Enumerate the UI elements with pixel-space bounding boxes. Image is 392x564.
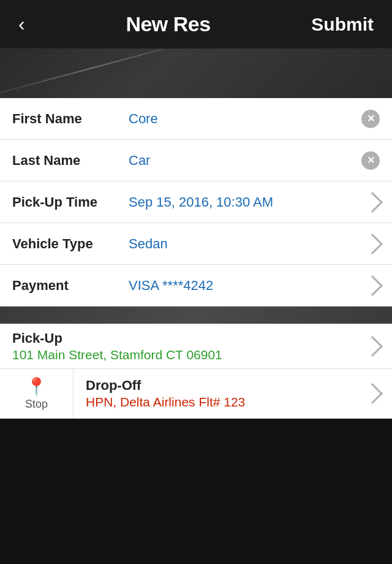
dropoff-content: Drop-Off HPN, Delta Airlines Flt# 123 [74, 378, 358, 410]
location-section: Pick-Up 101 Main Street, Stamford CT 069… [0, 324, 392, 419]
pickup-time-chevron-icon [362, 192, 383, 213]
pickup-content: Pick-Up 101 Main Street, Stamford CT 069… [12, 330, 358, 362]
first-name-label: First Name [12, 111, 129, 127]
pickup-time-row[interactable]: Pick-Up Time Sep 15, 2016, 10:30 AM [0, 181, 392, 223]
payment-row[interactable]: Payment VISA ****4242 [0, 265, 392, 307]
first-name-clear-button[interactable] [361, 110, 380, 128]
pickup-address: 101 Main Street, Stamford CT 06901 [12, 348, 358, 362]
payment-label: Payment [12, 278, 129, 294]
bottom-area [0, 419, 392, 564]
last-name-row[interactable]: Last Name Car [0, 140, 392, 181]
pickup-time-label: Pick-Up Time [12, 194, 129, 210]
header: ‹ New Res Submit [0, 0, 392, 49]
back-button[interactable]: ‹ [12, 10, 31, 39]
last-name-clear-button[interactable] [361, 151, 380, 170]
pickup-chevron-icon [362, 336, 383, 357]
page-title: New Res [126, 12, 210, 36]
first-name-value: Core [129, 111, 356, 127]
dropoff-row[interactable]: 📍 Stop Drop-Off HPN, Delta Airlines Flt#… [0, 369, 392, 419]
stop-icon-box[interactable]: 📍 Stop [0, 369, 74, 418]
last-name-label: Last Name [12, 153, 129, 169]
payment-chevron-icon [362, 275, 383, 296]
vehicle-type-chevron-icon [362, 234, 383, 254]
vehicle-type-value: Sedan [129, 236, 358, 252]
first-name-row[interactable]: First Name Core [0, 98, 392, 140]
last-name-value: Car [129, 153, 356, 169]
dropoff-chevron-icon [362, 383, 383, 404]
dropoff-label: Drop-Off [86, 378, 345, 394]
pickup-label: Pick-Up [12, 330, 358, 346]
payment-value: VISA ****4242 [129, 278, 358, 294]
stop-label: Stop [25, 398, 48, 411]
pickup-row[interactable]: Pick-Up 101 Main Street, Stamford CT 069… [0, 324, 392, 369]
stop-pin-icon: 📍 [26, 376, 47, 397]
form-section: First Name Core Last Name Car Pick-Up Ti… [0, 98, 392, 307]
pickup-time-value: Sep 15, 2016, 10:30 AM [129, 194, 358, 210]
map-banner [0, 49, 392, 98]
submit-button[interactable]: Submit [305, 11, 380, 38]
vehicle-type-label: Vehicle Type [12, 236, 129, 252]
vehicle-type-row[interactable]: Vehicle Type Sedan [0, 223, 392, 265]
divider-banner [0, 307, 392, 324]
dropoff-address: HPN, Delta Airlines Flt# 123 [86, 395, 345, 410]
